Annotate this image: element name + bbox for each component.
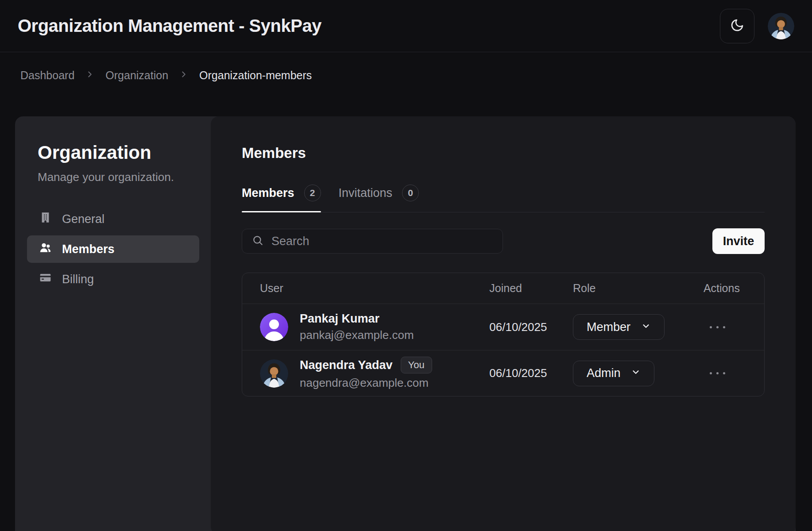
member-avatar xyxy=(260,313,288,341)
row-actions-button[interactable] xyxy=(707,321,728,334)
sidebar-subtitle: Manage your organization. xyxy=(38,170,199,184)
role-cell: Admin xyxy=(566,361,691,386)
table-row: Pankaj Kumar pankaj@example.com 06/10/20… xyxy=(242,304,764,350)
search-icon xyxy=(252,235,263,248)
user-photo-avatar-icon xyxy=(260,359,288,388)
page-title: Organization Management - SynkPay xyxy=(18,16,321,36)
row-actions-button[interactable] xyxy=(707,367,728,380)
tab-count-badge: 2 xyxy=(304,185,321,201)
member-avatar xyxy=(260,359,288,388)
joined-date: 06/10/2025 xyxy=(482,366,566,380)
tab-bar: Members 2 Invitations 0 xyxy=(242,185,765,212)
tab-members[interactable]: Members 2 xyxy=(242,185,321,212)
chevron-right-icon xyxy=(85,69,95,82)
role-cell: Member xyxy=(566,314,691,340)
sidebar-item-members[interactable]: Members xyxy=(27,235,199,263)
chevron-down-icon xyxy=(631,366,641,380)
role-dropdown[interactable]: Admin xyxy=(573,361,655,386)
role-value: Member xyxy=(587,320,630,334)
member-name: Pankaj Kumar xyxy=(300,312,379,326)
you-badge: You xyxy=(401,357,432,373)
sidebar-title: Organization xyxy=(38,142,199,163)
members-toolbar: Invite xyxy=(242,228,765,254)
column-header-joined: Joined xyxy=(482,282,566,295)
invite-button[interactable]: Invite xyxy=(712,228,765,254)
table-row: Nagendra Yadav You nagendra@example.com … xyxy=(242,350,764,396)
users-icon xyxy=(39,242,51,257)
role-value: Admin xyxy=(587,366,621,380)
member-identity: Nagendra Yadav You nagendra@example.com xyxy=(300,357,432,390)
breadcrumb-item-organization-members: Organization-members xyxy=(199,69,312,82)
sidebar-item-general[interactable]: General xyxy=(27,205,199,233)
credit-card-icon xyxy=(39,272,51,287)
organization-sidebar: Organization Manage your organization. G… xyxy=(15,116,211,531)
sidebar-item-billing[interactable]: Billing xyxy=(27,266,199,293)
user-cell: Nagendra Yadav You nagendra@example.com xyxy=(242,357,482,390)
sidebar-nav: General Members Billing xyxy=(27,205,199,293)
panel-title: Members xyxy=(242,145,765,162)
user-photo-avatar-icon xyxy=(768,13,794,39)
tab-label: Members xyxy=(242,186,294,200)
sidebar-item-label: Billing xyxy=(62,273,94,286)
theme-toggle-button[interactable] xyxy=(720,9,754,43)
actions-cell xyxy=(691,321,764,334)
member-identity: Pankaj Kumar pankaj@example.com xyxy=(300,312,414,342)
app-header: Organization Management - SynkPay xyxy=(0,0,812,52)
role-dropdown[interactable]: Member xyxy=(573,314,665,340)
user-cell: Pankaj Kumar pankaj@example.com xyxy=(242,312,482,342)
moon-icon xyxy=(730,18,744,34)
header-user-avatar[interactable] xyxy=(768,13,794,39)
breadcrumb-item-organization[interactable]: Organization xyxy=(105,69,168,82)
search-input[interactable] xyxy=(271,235,493,248)
purple-user-glyph-avatar-icon xyxy=(260,313,288,341)
joined-date: 06/10/2025 xyxy=(482,320,566,334)
member-email: nagendra@example.com xyxy=(300,376,432,390)
header-actions xyxy=(720,9,794,43)
tab-count-badge: 0 xyxy=(402,185,419,201)
column-header-role: Role xyxy=(566,282,691,295)
members-panel: Members Members 2 Invitations 0 Invite xyxy=(211,116,796,531)
breadcrumb: Dashboard Organization Organization-memb… xyxy=(0,52,812,82)
actions-cell xyxy=(691,367,764,380)
tab-invitations[interactable]: Invitations 0 xyxy=(339,185,419,212)
tab-label: Invitations xyxy=(339,186,393,200)
chevron-right-icon xyxy=(179,69,189,82)
column-header-user: User xyxy=(242,282,482,295)
members-table: User Joined Role Actions xyxy=(242,273,765,396)
member-email: pankaj@example.com xyxy=(300,328,414,342)
table-header-row: User Joined Role Actions xyxy=(242,273,764,304)
search-box xyxy=(242,229,503,254)
organization-card: Organization Manage your organization. G… xyxy=(15,116,796,531)
chevron-down-icon xyxy=(641,320,651,334)
column-header-actions: Actions xyxy=(691,282,764,295)
sidebar-item-label: Members xyxy=(62,242,115,256)
member-name: Nagendra Yadav xyxy=(300,358,393,372)
sidebar-header: Organization Manage your organization. xyxy=(38,142,199,184)
building-icon xyxy=(39,212,51,227)
sidebar-item-label: General xyxy=(62,212,104,226)
breadcrumb-item-dashboard[interactable]: Dashboard xyxy=(20,69,74,82)
